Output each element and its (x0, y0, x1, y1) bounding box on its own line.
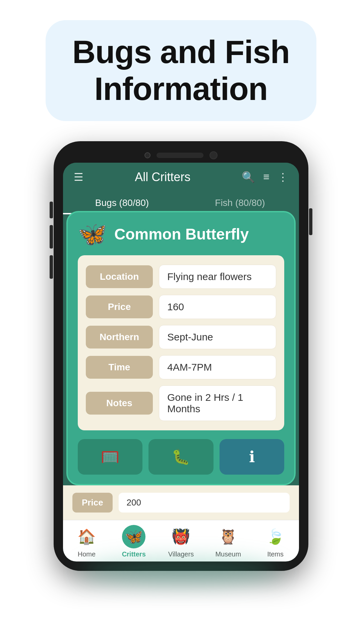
label-location: Location (86, 265, 153, 288)
app-bar-actions: 🔍 ≡ ⋮ (242, 171, 288, 183)
value-time: 4AM-7PM (159, 355, 276, 379)
value-price: 160 (159, 295, 276, 319)
title-bubble: Bugs and Fish Information (46, 20, 316, 121)
museum-nav-icon-wrap: 🦉 (217, 525, 240, 548)
peek-value: 200 (119, 493, 290, 513)
info-row-notes: Notes Gone in 2 Hrs / 1 Months (86, 385, 276, 421)
critter-name: Common Butterfly (114, 225, 249, 243)
museum-icon: 🦉 (219, 528, 237, 545)
bug-icon: 🐛 (172, 448, 190, 466)
villagers-icon: 👹 (172, 528, 190, 545)
critters-nav-icon-wrap: 🦋 (122, 525, 145, 548)
peek-label: Price (72, 493, 113, 513)
app-bar-title: All Critters (135, 170, 190, 184)
villagers-nav-icon-wrap: 👹 (169, 525, 193, 548)
items-nav-icon-wrap: 🍃 (264, 525, 287, 548)
nav-villagers[interactable]: 👹 Villagers (158, 525, 205, 558)
value-notes: Gone in 2 Hrs / 1 Months (159, 385, 276, 421)
home-nav-icon-wrap: 🏠 (75, 525, 98, 548)
info-button[interactable]: ℹ (220, 439, 284, 475)
nav-villagers-label: Villagers (168, 550, 194, 558)
app-bar: ☰ All Critters 🔍 ≡ ⋮ (63, 163, 299, 192)
info-row-northern: Northern Sept-June (86, 325, 276, 349)
info-row-location: Location Flying near flowers (86, 265, 276, 289)
phone-shell: ☰ All Critters 🔍 ≡ ⋮ Bugs (80/80) Fish (… (54, 141, 308, 571)
label-time: Time (86, 356, 153, 379)
earpiece-speaker (157, 153, 203, 158)
nav-critters-label: Critters (122, 550, 146, 558)
mute-button (50, 202, 53, 218)
page-title: Bugs and Fish Information (72, 34, 290, 108)
label-northern: Northern (86, 326, 153, 348)
critter-icon: 🦋 (78, 222, 107, 246)
power-button (309, 208, 312, 235)
search-icon[interactable]: 🔍 (242, 171, 255, 183)
menu-icon[interactable]: ☰ (74, 171, 83, 183)
peek-row: Price 200 (63, 485, 299, 520)
nav-museum-label: Museum (215, 550, 241, 558)
label-price: Price (86, 296, 153, 318)
home-icon: 🏠 (77, 528, 96, 545)
nav-items-label: Items (267, 550, 284, 558)
phone-screen: ☰ All Critters 🔍 ≡ ⋮ Bugs (80/80) Fish (… (63, 163, 299, 561)
bug-button[interactable]: 🐛 (148, 439, 213, 475)
net-icon: 🥅 (101, 448, 119, 466)
card-action-buttons: 🥅 🐛 ℹ (78, 439, 284, 475)
volume-down-button (50, 255, 53, 279)
card-header: 🦋 Common Butterfly (78, 222, 284, 246)
front-camera-dot (144, 152, 150, 158)
nav-items[interactable]: 🍃 Items (252, 525, 299, 558)
filter-icon[interactable]: ≡ (263, 171, 269, 183)
nav-home-label: Home (78, 550, 96, 558)
phone-notch (63, 151, 299, 159)
info-table: Location Flying near flowers Price 160 N… (78, 255, 284, 430)
nav-home[interactable]: 🏠 Home (63, 525, 110, 558)
value-location: Flying near flowers (159, 265, 276, 289)
items-icon: 🍃 (266, 528, 285, 545)
phone-glow (80, 557, 282, 584)
info-icon: ℹ (249, 448, 255, 466)
info-row-time: Time 4AM-7PM (86, 355, 276, 379)
nav-critters[interactable]: 🦋 Critters (110, 525, 158, 558)
critters-icon: 🦋 (125, 528, 143, 545)
volume-up-button (50, 225, 53, 249)
front-camera (209, 151, 218, 159)
phone-mockup: ☰ All Critters 🔍 ≡ ⋮ Bugs (80/80) Fish (… (54, 141, 308, 571)
critter-card: 🦋 Common Butterfly Location Flying near … (66, 211, 296, 485)
value-northern: Sept-June (159, 325, 276, 349)
nav-museum[interactable]: 🦉 Museum (204, 525, 252, 558)
bottom-navigation: 🏠 Home 🦋 Critters 👹 Villagers (63, 520, 299, 561)
net-button[interactable]: 🥅 (78, 439, 142, 475)
more-icon[interactable]: ⋮ (278, 171, 288, 183)
info-row-price: Price 160 (86, 295, 276, 319)
label-notes: Notes (86, 392, 153, 415)
